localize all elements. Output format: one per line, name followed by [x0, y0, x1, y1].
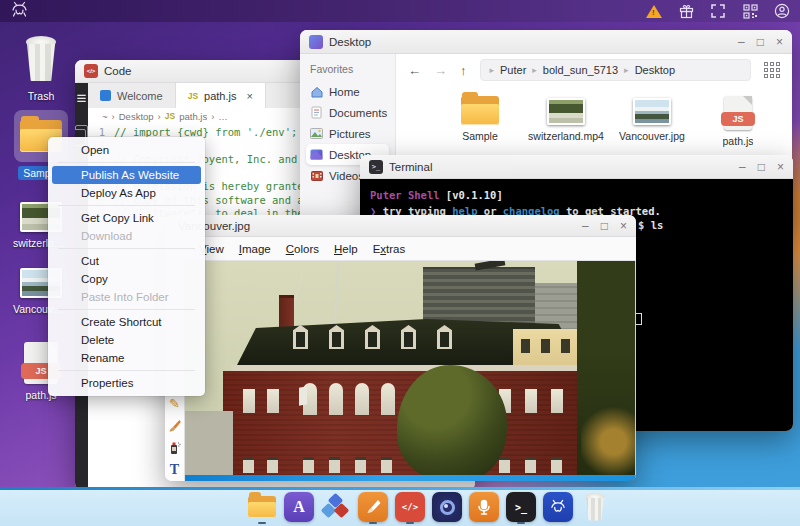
menu-item-cut[interactable]: Cut [52, 252, 201, 270]
trash-icon [24, 36, 58, 82]
menu-item-properties[interactable]: Properties [52, 374, 201, 392]
qr-code-icon[interactable] [742, 3, 758, 19]
up-icon[interactable]: ↑ [460, 63, 467, 78]
menu-divider [58, 162, 195, 163]
gift-icon[interactable] [678, 3, 694, 19]
menu-divider [58, 370, 195, 371]
sidebar-item-pictures[interactable]: Pictures [306, 123, 389, 144]
command-fragment: $ ls [638, 217, 663, 233]
desktop-icon-trash[interactable]: Trash [9, 33, 73, 103]
tab-welcome[interactable]: Welcome [88, 83, 176, 108]
file-item-switzerland[interactable]: switzerland.mp4 [527, 96, 605, 147]
taskbar-files-icon[interactable] [247, 492, 277, 522]
photo-window [267, 389, 279, 413]
taskbar-camera-icon[interactable] [432, 492, 462, 522]
menu-help[interactable]: Help [334, 243, 358, 255]
context-menu: Open Publish As Website Deploy As App Ge… [48, 137, 205, 396]
warning-icon[interactable]: ! [646, 3, 662, 19]
menu-item-download[interactable]: Download [52, 227, 201, 245]
close-icon[interactable]: × [620, 220, 627, 232]
menu-item-delete[interactable]: Delete [52, 331, 201, 349]
image-viewer-titlebar[interactable]: Vancouver.jpg – □ × [165, 215, 636, 237]
photo-water [185, 475, 636, 481]
terminal-titlebar[interactable]: >_ Terminal – □ × [360, 155, 793, 179]
photo-window [551, 389, 563, 413]
taskbar-puter-icon[interactable] [543, 492, 573, 522]
home-icon [310, 85, 323, 98]
window-title: Terminal [389, 161, 432, 173]
taskbar-code-icon[interactable]: </> [395, 492, 425, 522]
minimize-icon[interactable]: – [739, 161, 746, 173]
text-tool-icon[interactable]: T [166, 463, 183, 477]
running-indicator [517, 522, 525, 525]
maximize-icon[interactable]: □ [601, 220, 608, 232]
taskbar-blocks-icon[interactable] [321, 492, 351, 522]
photo-arched-window [329, 383, 343, 415]
app-launcher-icon[interactable] [210, 492, 240, 522]
menu-item-paste-into-folder[interactable]: Paste Into Folder [52, 288, 201, 306]
terminal-app-icon: >_ [369, 160, 383, 174]
photo-window-lower [303, 457, 314, 473]
photo-window [525, 389, 537, 413]
desktop-icon-label: Trash [23, 89, 59, 103]
spray-tool-icon[interactable] [166, 441, 183, 457]
tab-pathjs[interactable]: JS path.js × [176, 83, 266, 108]
breadcrumb-sep-icon: ▸ [532, 65, 537, 75]
grid-view-icon[interactable] [764, 62, 780, 78]
menu-item-rename[interactable]: Rename [52, 349, 201, 367]
close-icon[interactable]: × [776, 36, 783, 48]
cursor [635, 313, 642, 325]
pencil-tool-icon[interactable]: ✎ [166, 397, 183, 410]
account-icon[interactable] [774, 3, 790, 19]
image-thumbnail-icon [633, 98, 671, 125]
photo-tree-highlight [581, 403, 635, 481]
photo-wall [185, 411, 233, 481]
file-item-sample[interactable]: Sample [441, 96, 519, 147]
taskbar-terminal-icon[interactable]: >_ [506, 492, 536, 522]
taskbar-text-editor-icon[interactable]: A [284, 492, 314, 522]
running-indicator [369, 522, 377, 525]
maximize-icon[interactable]: □ [758, 161, 765, 173]
picture-icon [310, 127, 323, 140]
puter-logo-icon[interactable] [10, 1, 29, 22]
js-icon: JS [165, 111, 175, 121]
menu-image[interactable]: Image [239, 243, 271, 255]
back-icon[interactable]: ← [408, 63, 421, 78]
menu-icon[interactable]: ≡ [77, 89, 87, 109]
menu-item-deploy-as-app[interactable]: Deploy As App [52, 184, 201, 202]
menu-item-copy[interactable]: Copy [52, 270, 201, 288]
taskbar-trash-icon[interactable] [580, 492, 610, 522]
menu-item-publish-as-website[interactable]: Publish As Website [52, 166, 201, 184]
menu-item-open[interactable]: Open [52, 141, 201, 159]
running-indicator [258, 522, 266, 525]
forward-icon[interactable]: → [434, 63, 447, 78]
taskbar-paint-icon[interactable] [358, 492, 388, 522]
file-manager-titlebar[interactable]: Desktop – □ × [300, 30, 792, 54]
video-icon [310, 169, 323, 182]
photo-window-lower [355, 457, 366, 473]
fullscreen-icon[interactable] [710, 3, 726, 19]
file-item-pathjs[interactable]: JS path.js [699, 96, 777, 147]
sidebar-item-documents[interactable]: Documents [306, 102, 389, 123]
taskbar: A </> >_ [0, 487, 800, 526]
minimize-icon[interactable]: – [582, 220, 589, 232]
sidebar-item-home[interactable]: Home [306, 81, 389, 102]
photo-window-lower [329, 457, 340, 473]
photo-arched-window [355, 383, 369, 415]
close-tab-icon[interactable]: × [246, 90, 252, 102]
maximize-icon[interactable]: □ [757, 36, 764, 48]
brush-tool-icon[interactable] [166, 419, 183, 435]
breadcrumb[interactable]: ▸ Puter ▸ bold_sun_5713 ▸ Desktop [480, 59, 752, 81]
taskbar-recorder-icon[interactable] [469, 492, 499, 522]
menu-colors[interactable]: Colors [286, 243, 319, 255]
menu-item-get-copy-link[interactable]: Get Copy Link [52, 209, 201, 227]
photo-window-lower [499, 457, 510, 473]
desktop-icon [310, 148, 323, 161]
file-item-vancouver[interactable]: Vancouver.jpg [613, 96, 691, 147]
js-icon: JS [188, 91, 198, 101]
menu-extras[interactable]: Extras [373, 243, 406, 255]
menu-item-create-shortcut[interactable]: Create Shortcut [52, 313, 201, 331]
close-icon[interactable]: × [777, 161, 784, 173]
photo-tree [397, 365, 507, 481]
minimize-icon[interactable]: – [738, 36, 745, 48]
